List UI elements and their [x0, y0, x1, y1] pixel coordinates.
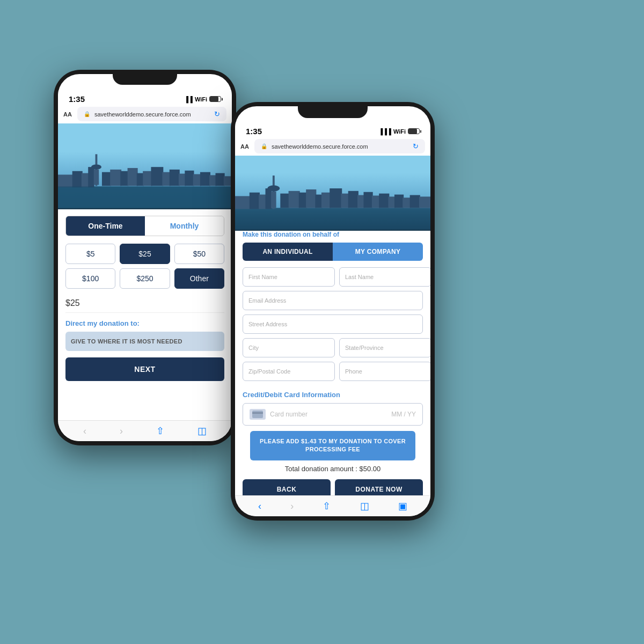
svg-rect-3	[72, 171, 83, 187]
bottom-buttons: BACK DONATE NOW	[235, 477, 430, 495]
phone-1-screen: 1:35 ▐▐ WiFi AA 🔒 savetheworlddemo.secur…	[58, 74, 232, 441]
svg-rect-54	[252, 412, 263, 414]
svg-rect-46	[372, 195, 380, 208]
svg-rect-21	[200, 172, 210, 186]
behalf-tabs: AN INDIVIDUAL MY COMPANY	[243, 243, 423, 261]
share-nav-icon-2[interactable]: ⇧	[323, 500, 331, 512]
expiry-placeholder[interactable]: MM / YY	[391, 411, 416, 418]
svg-rect-4	[82, 173, 89, 188]
browser-nav-2: ‹ › ⇧ ◫ ▣	[235, 495, 430, 516]
signal-icon: ▐▐	[184, 96, 193, 103]
donation-tabs: One-Time Monthly	[65, 216, 224, 236]
zip-input[interactable]	[243, 362, 335, 381]
notch-2	[298, 102, 368, 118]
svg-rect-42	[341, 194, 349, 208]
signal-icon-2: ▐▐▐	[378, 128, 391, 135]
direction-button[interactable]: GIVE TO WHERE IT IS MOST NEEDED	[65, 332, 224, 351]
lock-icon-2: 🔒	[261, 143, 267, 149]
svg-rect-20	[193, 174, 201, 186]
battery-icon	[209, 96, 221, 102]
first-name-input[interactable]	[243, 267, 335, 287]
email-input[interactable]	[243, 291, 423, 310]
bookmarks-nav-icon[interactable]: ◫	[197, 425, 207, 437]
svg-rect-5	[88, 167, 94, 187]
last-name-input[interactable]	[339, 267, 430, 287]
url-1[interactable]: savetheworlddemo.secure.force.com	[94, 111, 210, 118]
amount-50[interactable]: $50	[174, 244, 224, 264]
bookmarks-nav-icon-2[interactable]: ◫	[360, 500, 369, 512]
svg-rect-16	[162, 172, 170, 186]
phone-input[interactable]	[339, 362, 430, 381]
street-input[interactable]	[243, 314, 423, 334]
street-row	[243, 314, 423, 334]
svg-rect-18	[179, 174, 186, 186]
svg-rect-45	[363, 192, 372, 208]
svg-rect-30	[259, 195, 266, 209]
behalf-label: Make this donation on behalf of	[235, 231, 430, 238]
card-icon	[250, 409, 266, 420]
reload-icon[interactable]: ↻	[214, 110, 220, 118]
status-icons-2: ▐▐▐ WiFi	[378, 128, 420, 135]
aa-label-2: AA	[240, 143, 249, 150]
svg-rect-8	[94, 170, 99, 185]
back-nav-icon-2[interactable]: ‹	[258, 501, 261, 512]
back-nav-icon[interactable]: ‹	[83, 426, 86, 437]
skyline-svg-2	[235, 172, 430, 231]
svg-rect-15	[151, 167, 163, 186]
form-area-1: One-Time Monthly $5 $25 $50 $100 $250 Ot…	[58, 209, 232, 420]
forward-nav-icon-2[interactable]: ›	[290, 501, 294, 512]
card-number-placeholder[interactable]: Card number	[270, 411, 387, 418]
tab-company[interactable]: MY COMPANY	[333, 243, 423, 261]
svg-rect-38	[306, 189, 316, 208]
battery-icon-2	[408, 128, 420, 134]
svg-rect-41	[330, 188, 342, 208]
hero-image-1	[58, 123, 232, 209]
svg-rect-49	[394, 195, 404, 208]
city-input[interactable]	[243, 338, 335, 357]
amount-other[interactable]: Other	[174, 268, 224, 289]
url-2[interactable]: savetheworlddemo.secure.force.com	[272, 143, 408, 150]
amount-100[interactable]: $100	[65, 268, 115, 289]
cc-title: Credit/Debit Card Information	[243, 391, 423, 399]
name-row	[243, 267, 423, 287]
phone-1: 1:35 ▐▐ WiFi AA 🔒 savetheworlddemo.secur…	[54, 70, 236, 445]
svg-rect-50	[402, 197, 411, 208]
next-button[interactable]: NEXT	[65, 357, 224, 381]
svg-rect-35	[280, 194, 289, 208]
svg-rect-14	[143, 171, 152, 186]
tab-one-time[interactable]: One-Time	[66, 216, 145, 236]
svg-rect-13	[137, 173, 144, 186]
lock-icon: 🔒	[84, 111, 90, 117]
amount-250[interactable]: $250	[120, 268, 170, 289]
svg-rect-25	[58, 186, 232, 208]
forward-nav-icon[interactable]: ›	[120, 426, 123, 437]
svg-rect-11	[120, 171, 128, 186]
tab-monthly[interactable]: Monthly	[145, 216, 224, 236]
svg-rect-2	[58, 174, 74, 187]
city-state-row	[243, 338, 423, 357]
amount-5[interactable]: $5	[65, 244, 115, 264]
cc-section: Credit/Debit Card Information Card numbe…	[235, 385, 430, 460]
svg-rect-39	[315, 195, 322, 208]
state-input[interactable]	[339, 338, 430, 357]
svg-rect-22	[209, 175, 216, 186]
donate-button[interactable]: DONATE NOW	[335, 479, 423, 495]
status-icons-1: ▐▐ WiFi	[184, 96, 221, 103]
back-button[interactable]: BACK	[243, 479, 331, 495]
svg-rect-29	[250, 193, 260, 209]
amount-25[interactable]: $25	[120, 244, 170, 264]
reload-icon-2[interactable]: ↻	[413, 142, 419, 150]
svg-rect-43	[348, 191, 358, 208]
direct-label: Direct my donation to:	[65, 319, 224, 327]
svg-rect-28	[235, 196, 251, 209]
hero-image-2	[235, 156, 430, 231]
svg-rect-44	[357, 195, 364, 208]
processing-fee-button[interactable]: PLEASE ADD $1.43 TO MY DONATION TO COVER…	[250, 431, 415, 460]
tab-individual[interactable]: AN INDIVIDUAL	[243, 243, 333, 261]
svg-rect-17	[170, 170, 180, 186]
tabs-nav-icon-2[interactable]: ▣	[398, 500, 407, 512]
notch-1	[113, 70, 177, 85]
svg-rect-12	[128, 168, 138, 186]
zip-phone-row	[243, 362, 423, 381]
share-nav-icon[interactable]: ⇧	[156, 425, 164, 437]
